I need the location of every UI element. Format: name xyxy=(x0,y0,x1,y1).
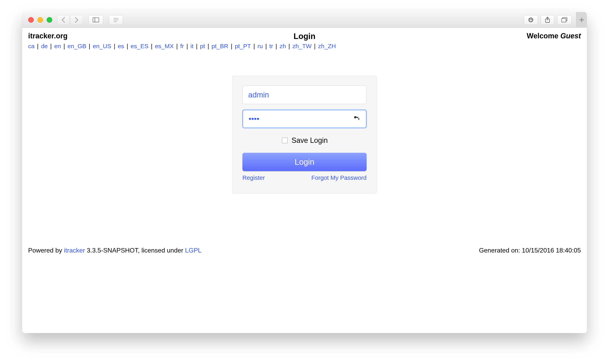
footer-left: Powered by itracker 3.3.5-SNAPSHOT, lice… xyxy=(28,247,202,254)
locale-sep: | xyxy=(61,43,67,49)
locale-link-ru[interactable]: ru xyxy=(257,43,263,49)
locale-link-en_US[interactable]: en_US xyxy=(93,43,111,49)
footer: Powered by itracker 3.3.5-SNAPSHOT, lice… xyxy=(28,247,581,254)
locale-sep: | xyxy=(194,43,200,49)
login-button[interactable]: Login xyxy=(242,153,367,171)
login-card: Save Login Login Register Forgot My Pass… xyxy=(232,76,377,194)
locale-sep: | xyxy=(263,43,269,49)
download-icon xyxy=(528,17,534,23)
password-key-icon[interactable] xyxy=(354,116,360,122)
generated-ts: 10/15/2016 18:40:05 xyxy=(522,247,581,254)
locale-sep: | xyxy=(251,43,257,49)
password-input[interactable] xyxy=(242,110,367,128)
save-login-checkbox[interactable] xyxy=(282,138,288,143)
locale-link-en_GB[interactable]: en_GB xyxy=(67,43,86,49)
version-text: 3.3.5-SNAPSHOT, licensed under xyxy=(85,247,185,254)
svg-rect-13 xyxy=(357,117,358,118)
page-title: Login xyxy=(149,32,460,41)
forgot-password-link[interactable]: Forgot My Password xyxy=(311,174,367,181)
welcome-prefix: Welcome xyxy=(527,32,560,40)
site-title: itracker.org xyxy=(28,32,149,40)
forward-button[interactable] xyxy=(70,15,83,25)
locale-sep: | xyxy=(174,43,180,49)
header-row: itracker.org Login Welcome Guest xyxy=(28,32,581,41)
tabs-icon xyxy=(561,17,567,23)
locale-sep: | xyxy=(286,43,292,49)
chevron-left-icon xyxy=(61,17,65,23)
locale-link-zh_ZH[interactable]: zh_ZH xyxy=(318,43,336,49)
svg-rect-0 xyxy=(93,18,99,22)
minimize-window-icon[interactable] xyxy=(37,17,43,23)
welcome-user: Guest xyxy=(560,32,581,40)
back-button[interactable] xyxy=(57,15,69,25)
plus-icon xyxy=(579,17,584,23)
save-login-row: Save Login xyxy=(242,136,367,145)
locale-link-pt_BR[interactable]: pt_BR xyxy=(212,43,228,49)
password-wrap xyxy=(242,110,367,128)
locale-sep: | xyxy=(273,43,279,49)
locale-link-it[interactable]: it xyxy=(191,43,194,49)
window-controls xyxy=(25,17,54,23)
save-login-label[interactable]: Save Login xyxy=(291,136,328,145)
locale-sep: | xyxy=(111,43,118,49)
app-link[interactable]: itracker xyxy=(64,247,85,254)
sidebar-icon xyxy=(93,17,99,22)
locale-link-tr[interactable]: tr xyxy=(269,43,273,49)
locale-link-de[interactable]: de xyxy=(41,43,48,49)
locale-sep: | xyxy=(124,43,131,49)
tabs-button[interactable] xyxy=(557,15,572,25)
locale-sep: | xyxy=(312,43,318,49)
generated-prefix: Generated on: xyxy=(479,247,522,254)
locale-link-zh[interactable]: zh xyxy=(280,43,286,49)
share-icon xyxy=(545,17,550,23)
locale-sep: | xyxy=(86,43,93,49)
reader-button[interactable] xyxy=(109,15,123,25)
locale-link-es[interactable]: es xyxy=(118,43,124,49)
locale-link-fr[interactable]: fr xyxy=(180,43,184,49)
locale-sep: | xyxy=(184,43,190,49)
page-content: itracker.org Login Welcome Guest ca | de… xyxy=(22,28,587,333)
locale-sep: | xyxy=(148,43,155,49)
svg-rect-8 xyxy=(562,18,566,22)
locale-link-pt[interactable]: pt xyxy=(200,43,205,49)
register-link[interactable]: Register xyxy=(242,174,265,181)
locale-link-ca[interactable]: ca xyxy=(28,43,35,49)
share-button[interactable] xyxy=(541,15,554,25)
close-window-icon[interactable] xyxy=(28,17,34,23)
new-tab-button[interactable] xyxy=(576,12,587,28)
username-input[interactable] xyxy=(242,86,367,104)
footer-right: Generated on: 10/15/2016 18:40:05 xyxy=(479,247,581,254)
locale-sep: | xyxy=(35,43,41,49)
powered-prefix: Powered by xyxy=(28,247,64,254)
zoom-window-icon[interactable] xyxy=(47,17,52,23)
downloads-button[interactable] xyxy=(524,15,538,25)
locale-link-en[interactable]: en xyxy=(54,43,61,49)
locale-sep: | xyxy=(228,43,235,49)
chevron-right-icon xyxy=(75,17,79,23)
reader-icon xyxy=(113,17,119,22)
license-link[interactable]: LGPL xyxy=(185,247,202,254)
locale-link-es_ES[interactable]: es_ES xyxy=(131,43,148,49)
welcome-text: Welcome Guest xyxy=(460,32,581,40)
login-links: Register Forgot My Password xyxy=(242,174,367,181)
locale-sep: | xyxy=(48,43,54,49)
sidebar-toggle-button[interactable] xyxy=(88,15,103,25)
locale-link-es_MX[interactable]: es_MX xyxy=(155,43,174,49)
locale-link-pt_PT[interactable]: pt_PT xyxy=(235,43,251,49)
locale-link-zh_TW[interactable]: zh_TW xyxy=(292,43,312,49)
browser-window: itracker.org Login Welcome Guest ca | de… xyxy=(22,12,587,333)
locale-switcher: ca | de | en | en_GB | en_US | es | es_E… xyxy=(28,43,581,50)
locale-sep: | xyxy=(205,43,211,49)
titlebar xyxy=(22,12,587,28)
toolbar-right xyxy=(524,12,584,28)
nav-buttons xyxy=(57,15,83,25)
